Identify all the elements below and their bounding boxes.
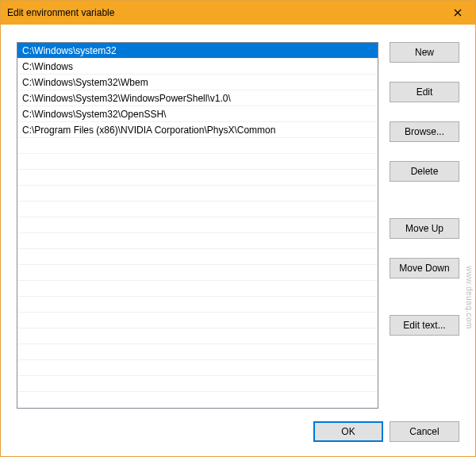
client-area: C:\Windows\system32C:\WindowsC:\Windows\…	[1, 25, 475, 456]
edit-text-button[interactable]: Edit text...	[390, 315, 459, 336]
cancel-button[interactable]: Cancel	[390, 421, 459, 442]
delete-button[interactable]: Delete	[390, 161, 459, 182]
window-title: Edit environment variable	[7, 7, 440, 18]
list-item[interactable]	[17, 217, 378, 233]
list-item[interactable]	[17, 170, 378, 186]
browse-button[interactable]: Browse...	[390, 121, 459, 142]
dialog-footer: OK Cancel	[17, 409, 459, 442]
list-item[interactable]	[17, 138, 378, 154]
list-item[interactable]: C:\Program Files (x86)\NVIDIA Corporatio…	[17, 122, 378, 138]
list-item[interactable]	[17, 186, 378, 202]
list-item[interactable]	[17, 202, 378, 217]
list-item[interactable]: C:\Windows\System32\OpenSSH\	[17, 106, 378, 122]
list-item[interactable]	[17, 249, 378, 265]
move-down-button[interactable]: Move Down	[390, 258, 459, 278]
ok-button[interactable]: OK	[313, 421, 383, 442]
list-item[interactable]	[17, 376, 378, 392]
list-item[interactable]	[17, 154, 378, 170]
spacer	[390, 245, 459, 252]
list-item[interactable]	[17, 313, 378, 328]
list-item[interactable]	[17, 344, 378, 360]
close-icon	[454, 9, 462, 17]
path-listbox[interactable]: C:\Windows\system32C:\WindowsC:\Windows\…	[17, 42, 378, 409]
side-button-column: New Edit Browse... Delete Move Up Move D…	[390, 42, 459, 409]
spacer	[390, 285, 459, 309]
new-button[interactable]: New	[390, 42, 459, 63]
spacer	[390, 69, 459, 75]
list-item[interactable]	[17, 233, 378, 249]
list-item[interactable]	[17, 328, 378, 344]
list-item[interactable]	[17, 297, 378, 313]
close-button[interactable]	[440, 1, 475, 25]
title-bar[interactable]: Edit environment variable	[1, 1, 475, 25]
spacer	[390, 188, 459, 212]
edit-button[interactable]: Edit	[390, 82, 459, 102]
list-item[interactable]	[17, 360, 378, 376]
spacer	[390, 109, 459, 115]
spacer	[390, 148, 459, 155]
move-up-button[interactable]: Move Up	[390, 218, 459, 239]
dialog-window: Edit environment variable C:\Windows\sys…	[0, 0, 476, 457]
list-item[interactable]: C:\Windows\System32\Wbem	[17, 75, 378, 90]
list-item[interactable]: C:\Windows\System32\WindowsPowerShell\v1…	[17, 90, 378, 106]
watermark: www.deuaq.com	[465, 266, 474, 329]
main-row: C:\Windows\system32C:\WindowsC:\Windows\…	[17, 42, 459, 409]
list-item[interactable]	[17, 265, 378, 281]
list-item[interactable]: C:\Windows	[17, 59, 378, 75]
list-item[interactable]: C:\Windows\system32	[17, 43, 378, 59]
list-item[interactable]	[17, 281, 378, 297]
